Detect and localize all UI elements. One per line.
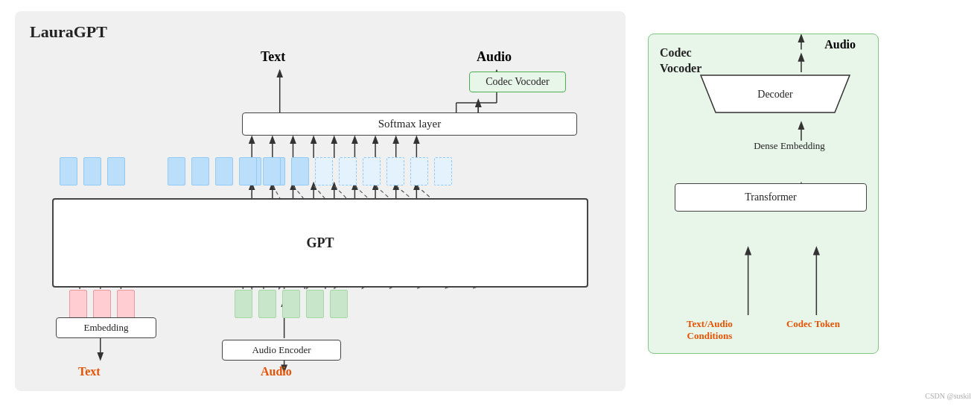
token-red [117, 290, 135, 318]
token-box-dashed [410, 157, 428, 185]
codec-token-label: Codec Token [786, 318, 840, 342]
token-green [258, 290, 276, 318]
token-green [330, 290, 348, 318]
token-red [69, 290, 87, 318]
audio-encoder-box: Audio Encoder [222, 340, 341, 361]
transformer-box: Transformer [675, 183, 867, 212]
token-green [306, 290, 324, 318]
input-text-label: Text [78, 365, 101, 378]
token-box [291, 157, 309, 185]
token-box-dashed [386, 157, 404, 185]
dense-embedding-label: Dense Embedding [708, 140, 871, 152]
token-box [83, 157, 101, 185]
token-box [263, 157, 281, 185]
output-text-label: Text [261, 49, 285, 65]
token-box-dashed [339, 157, 357, 185]
watermark: CSDN @suskil [925, 392, 971, 400]
right-codec-vocoder-panel: Codec Vocoder Audio [648, 34, 879, 354]
top-left-blue-tokens [60, 157, 125, 185]
svg-text:Decoder: Decoder [757, 89, 793, 100]
token-green [282, 290, 300, 318]
input-audio-tokens [235, 290, 348, 318]
token-box [107, 157, 125, 185]
panel-title: LauraGPT [30, 22, 611, 42]
token-box [60, 157, 77, 185]
softmax-layer-box: Softmax layer [242, 112, 577, 136]
decoder-area: Decoder [693, 72, 871, 119]
decoder-svg: Decoder [693, 72, 857, 116]
token-green [235, 290, 252, 318]
main-container: LauraGPT [0, 0, 980, 406]
token-box [168, 157, 185, 185]
lauragpt-panel: LauraGPT [15, 11, 626, 391]
token-box [239, 157, 257, 185]
text-audio-conditions-label: Text/Audio Conditions [687, 318, 733, 342]
output-audio-label: Audio [477, 49, 512, 65]
token-box-dashed [434, 157, 452, 185]
token-red [93, 290, 111, 318]
input-text-tokens [69, 290, 135, 318]
codec-vocoder-box: Codec Vocoder [469, 72, 566, 92]
left-diagram-area: Text Audio Codec Vocoder Softmax layer [30, 49, 611, 384]
top-mid-blue-tokens [168, 157, 281, 185]
gpt-box: GPT [52, 198, 588, 288]
input-audio-label: Audio [261, 365, 292, 378]
right-bottom-labels: Text/Audio Conditions Codec Token [660, 318, 867, 342]
output-audio-tokens [315, 157, 452, 185]
embedding-box: Embedding [56, 317, 156, 338]
token-box-dashed [315, 157, 333, 185]
token-box [215, 157, 233, 185]
token-box-dashed [363, 157, 381, 185]
right-audio-output-label: Audio [824, 38, 856, 51]
token-box [191, 157, 209, 185]
